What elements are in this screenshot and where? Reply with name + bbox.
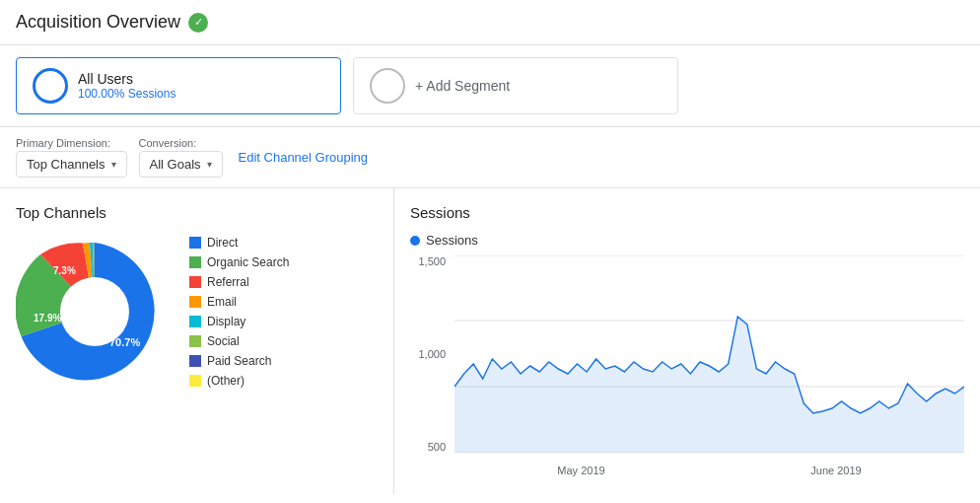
top-channels-title: Top Channels	[16, 204, 378, 221]
svg-rect-8	[189, 316, 201, 327]
legend-item-social: Social	[189, 334, 289, 348]
svg-rect-11	[189, 375, 201, 387]
main-content: Top Channels	[0, 188, 980, 494]
sessions-title: Sessions	[410, 204, 964, 221]
legend-dot-display	[189, 316, 201, 327]
svg-rect-10	[189, 355, 201, 367]
segment-info: All Users 100.00% Sessions	[78, 71, 175, 101]
add-segment-label: + Add Segment	[415, 78, 510, 94]
top-channels-value: Top Channels	[27, 157, 105, 172]
legend-label-referral: Referral	[207, 275, 249, 289]
svg-text:70.7%: 70.7%	[109, 336, 140, 348]
legend-dot-other	[189, 375, 201, 387]
chevron-down-icon: ▾	[111, 159, 116, 170]
legend-item-organic: Organic Search	[189, 255, 289, 269]
controls-bar: Primary Dimension: Top Channels ▾ Conver…	[0, 127, 980, 188]
x-label-june: June 2019	[810, 465, 861, 476]
conversion-label: Conversion:	[139, 137, 223, 149]
shield-check-icon: ✓	[188, 13, 208, 33]
svg-text:17.9%: 17.9%	[34, 313, 61, 323]
primary-dimension-group: Primary Dimension: Top Channels ▾	[16, 137, 127, 178]
legend-dot-direct	[189, 237, 201, 249]
legend-dot-organic	[189, 256, 201, 268]
svg-rect-6	[189, 276, 201, 288]
segment-bar: All Users 100.00% Sessions + Add Segment	[0, 45, 980, 127]
pie-chart-svg: 70.7% 17.9% 7.3%	[16, 233, 174, 391]
legend-item-paid-search: Paid Search	[189, 354, 289, 368]
left-panel: Top Channels	[0, 188, 394, 494]
sessions-chart-wrapper: 1,500 1,000 500 M	[410, 255, 964, 482]
primary-dimension-label: Primary Dimension:	[16, 137, 127, 149]
legend-item-display: Display	[189, 315, 289, 328]
pie-chart: 70.7% 17.9% 7.3%	[16, 233, 174, 391]
legend-label-paid-search: Paid Search	[207, 354, 271, 368]
legend-item-email: Email	[189, 295, 289, 309]
legend-dot-email	[189, 296, 201, 308]
legend-label-display: Display	[207, 315, 245, 328]
x-label-may: May 2019	[557, 465, 604, 476]
segment-all-users[interactable]: All Users 100.00% Sessions	[16, 57, 341, 114]
add-segment-card[interactable]: + Add Segment	[353, 57, 678, 114]
y-axis: 1,500 1,000 500	[410, 255, 450, 453]
segment-circle-empty	[370, 68, 405, 104]
svg-rect-7	[189, 296, 201, 308]
svg-text:7.3%: 7.3%	[53, 265, 76, 276]
top-channels-dropdown[interactable]: Top Channels ▾	[16, 151, 127, 178]
chevron-down-icon-2: ▾	[207, 159, 212, 170]
legend-item-referral: Referral	[189, 275, 289, 289]
svg-rect-5	[189, 256, 201, 268]
sessions-legend: Sessions	[410, 233, 964, 248]
chart-inner	[455, 255, 964, 453]
legend-dot-social	[189, 335, 201, 347]
legend-item-direct: Direct	[189, 236, 289, 250]
y-label-500: 500	[428, 441, 446, 453]
legend-dot-paid-search	[189, 355, 201, 367]
conversion-group: Conversion: All Goals ▾	[139, 137, 223, 178]
page-header: Acquisition Overview ✓	[0, 0, 980, 45]
svg-rect-9	[189, 335, 201, 347]
sessions-dot	[410, 236, 420, 246]
y-label-1500: 1,500	[418, 255, 446, 267]
segment-circle-active	[33, 68, 68, 104]
pie-legend: Direct Organic Search Referral Email Dis…	[189, 236, 289, 388]
legend-item-other: (Other)	[189, 374, 289, 388]
x-axis: May 2019 June 2019	[455, 459, 964, 482]
y-label-1000: 1,000	[418, 348, 446, 360]
legend-label-social: Social	[207, 334, 240, 348]
legend-label-email: Email	[207, 295, 237, 309]
segment-name: All Users	[78, 71, 175, 87]
sessions-line-chart	[455, 255, 964, 453]
all-goals-dropdown[interactable]: All Goals ▾	[139, 151, 223, 178]
sessions-legend-label: Sessions	[426, 233, 478, 248]
all-goals-value: All Goals	[150, 157, 201, 172]
legend-dot-referral	[189, 276, 201, 288]
legend-label-direct: Direct	[207, 236, 238, 250]
right-panel: Sessions Sessions 1,500 1,000 500	[394, 188, 980, 494]
svg-rect-4	[189, 237, 201, 249]
edit-channel-grouping-link[interactable]: Edit Channel Grouping	[239, 150, 369, 165]
page-title: Acquisition Overview	[16, 12, 180, 33]
legend-label-organic: Organic Search	[207, 255, 289, 269]
segment-sub: 100.00% Sessions	[78, 87, 175, 101]
legend-label-other: (Other)	[207, 374, 245, 388]
chart-area: 70.7% 17.9% 7.3% Direct Organic Search R…	[16, 233, 378, 391]
